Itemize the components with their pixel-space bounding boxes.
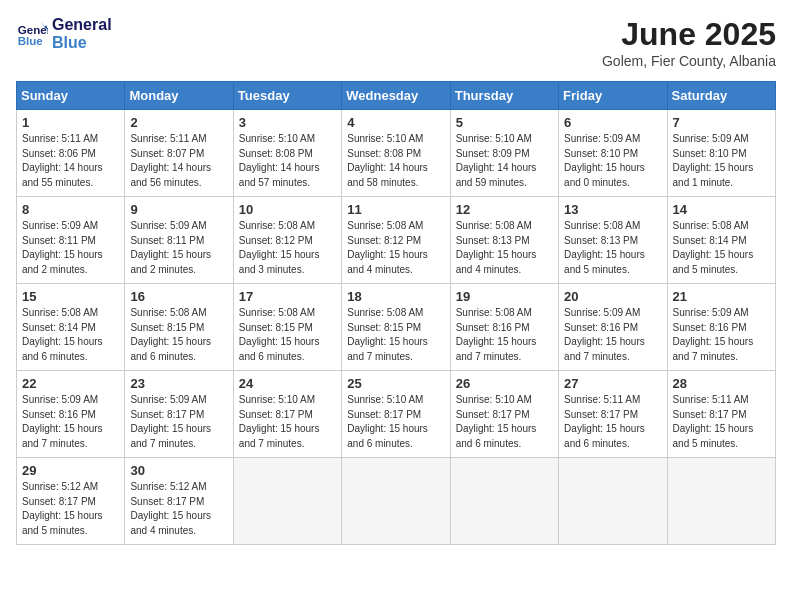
day-number: 11 [347, 202, 444, 217]
table-row: 24Sunrise: 5:10 AM Sunset: 8:17 PM Dayli… [233, 371, 341, 458]
logo: General Blue General Blue [16, 16, 112, 51]
calendar-table: SundayMondayTuesdayWednesdayThursdayFrid… [16, 81, 776, 545]
table-row: 23Sunrise: 5:09 AM Sunset: 8:17 PM Dayli… [125, 371, 233, 458]
logo-icon: General Blue [16, 18, 48, 50]
table-row: 2Sunrise: 5:11 AM Sunset: 8:07 PM Daylig… [125, 110, 233, 197]
day-info: Sunrise: 5:08 AM Sunset: 8:15 PM Dayligh… [130, 306, 227, 364]
table-row: 26Sunrise: 5:10 AM Sunset: 8:17 PM Dayli… [450, 371, 558, 458]
weekday-monday: Monday [125, 82, 233, 110]
table-row: 1Sunrise: 5:11 AM Sunset: 8:06 PM Daylig… [17, 110, 125, 197]
day-number: 12 [456, 202, 553, 217]
day-number: 24 [239, 376, 336, 391]
day-info: Sunrise: 5:12 AM Sunset: 8:17 PM Dayligh… [22, 480, 119, 538]
day-number: 9 [130, 202, 227, 217]
day-number: 18 [347, 289, 444, 304]
day-info: Sunrise: 5:10 AM Sunset: 8:17 PM Dayligh… [456, 393, 553, 451]
day-number: 20 [564, 289, 661, 304]
table-row: 22Sunrise: 5:09 AM Sunset: 8:16 PM Dayli… [17, 371, 125, 458]
day-number: 10 [239, 202, 336, 217]
table-row: 14Sunrise: 5:08 AM Sunset: 8:14 PM Dayli… [667, 197, 775, 284]
calendar-week-3: 15Sunrise: 5:08 AM Sunset: 8:14 PM Dayli… [17, 284, 776, 371]
page-header: General Blue General Blue June 2025 Gole… [16, 16, 776, 69]
table-row: 4Sunrise: 5:10 AM Sunset: 8:08 PM Daylig… [342, 110, 450, 197]
day-info: Sunrise: 5:08 AM Sunset: 8:13 PM Dayligh… [456, 219, 553, 277]
day-info: Sunrise: 5:11 AM Sunset: 8:17 PM Dayligh… [673, 393, 770, 451]
day-info: Sunrise: 5:09 AM Sunset: 8:11 PM Dayligh… [22, 219, 119, 277]
day-info: Sunrise: 5:10 AM Sunset: 8:08 PM Dayligh… [347, 132, 444, 190]
title-block: June 2025 Golem, Fier County, Albania [602, 16, 776, 69]
day-number: 23 [130, 376, 227, 391]
weekday-friday: Friday [559, 82, 667, 110]
table-row: 28Sunrise: 5:11 AM Sunset: 8:17 PM Dayli… [667, 371, 775, 458]
table-row [559, 458, 667, 545]
weekday-sunday: Sunday [17, 82, 125, 110]
day-info: Sunrise: 5:09 AM Sunset: 8:17 PM Dayligh… [130, 393, 227, 451]
table-row [342, 458, 450, 545]
table-row: 12Sunrise: 5:08 AM Sunset: 8:13 PM Dayli… [450, 197, 558, 284]
day-number: 16 [130, 289, 227, 304]
table-row [667, 458, 775, 545]
day-number: 26 [456, 376, 553, 391]
day-number: 17 [239, 289, 336, 304]
day-number: 28 [673, 376, 770, 391]
day-info: Sunrise: 5:11 AM Sunset: 8:06 PM Dayligh… [22, 132, 119, 190]
day-info: Sunrise: 5:09 AM Sunset: 8:10 PM Dayligh… [564, 132, 661, 190]
day-info: Sunrise: 5:08 AM Sunset: 8:16 PM Dayligh… [456, 306, 553, 364]
table-row: 15Sunrise: 5:08 AM Sunset: 8:14 PM Dayli… [17, 284, 125, 371]
day-number: 8 [22, 202, 119, 217]
day-info: Sunrise: 5:09 AM Sunset: 8:16 PM Dayligh… [22, 393, 119, 451]
table-row: 11Sunrise: 5:08 AM Sunset: 8:12 PM Dayli… [342, 197, 450, 284]
table-row: 13Sunrise: 5:08 AM Sunset: 8:13 PM Dayli… [559, 197, 667, 284]
day-number: 3 [239, 115, 336, 130]
table-row: 17Sunrise: 5:08 AM Sunset: 8:15 PM Dayli… [233, 284, 341, 371]
day-info: Sunrise: 5:10 AM Sunset: 8:08 PM Dayligh… [239, 132, 336, 190]
weekday-thursday: Thursday [450, 82, 558, 110]
table-row [450, 458, 558, 545]
day-number: 6 [564, 115, 661, 130]
table-row: 16Sunrise: 5:08 AM Sunset: 8:15 PM Dayli… [125, 284, 233, 371]
calendar-week-2: 8Sunrise: 5:09 AM Sunset: 8:11 PM Daylig… [17, 197, 776, 284]
month-year-title: June 2025 [602, 16, 776, 53]
location-subtitle: Golem, Fier County, Albania [602, 53, 776, 69]
weekday-header-row: SundayMondayTuesdayWednesdayThursdayFrid… [17, 82, 776, 110]
day-number: 30 [130, 463, 227, 478]
day-info: Sunrise: 5:09 AM Sunset: 8:16 PM Dayligh… [673, 306, 770, 364]
day-number: 4 [347, 115, 444, 130]
day-info: Sunrise: 5:08 AM Sunset: 8:12 PM Dayligh… [239, 219, 336, 277]
day-info: Sunrise: 5:11 AM Sunset: 8:17 PM Dayligh… [564, 393, 661, 451]
day-number: 13 [564, 202, 661, 217]
day-number: 15 [22, 289, 119, 304]
table-row: 29Sunrise: 5:12 AM Sunset: 8:17 PM Dayli… [17, 458, 125, 545]
day-number: 27 [564, 376, 661, 391]
day-number: 7 [673, 115, 770, 130]
table-row: 18Sunrise: 5:08 AM Sunset: 8:15 PM Dayli… [342, 284, 450, 371]
day-info: Sunrise: 5:08 AM Sunset: 8:15 PM Dayligh… [347, 306, 444, 364]
weekday-wednesday: Wednesday [342, 82, 450, 110]
day-info: Sunrise: 5:08 AM Sunset: 8:14 PM Dayligh… [673, 219, 770, 277]
calendar-header: SundayMondayTuesdayWednesdayThursdayFrid… [17, 82, 776, 110]
calendar-week-1: 1Sunrise: 5:11 AM Sunset: 8:06 PM Daylig… [17, 110, 776, 197]
day-number: 14 [673, 202, 770, 217]
day-number: 19 [456, 289, 553, 304]
day-info: Sunrise: 5:10 AM Sunset: 8:17 PM Dayligh… [347, 393, 444, 451]
day-info: Sunrise: 5:08 AM Sunset: 8:12 PM Dayligh… [347, 219, 444, 277]
table-row: 19Sunrise: 5:08 AM Sunset: 8:16 PM Dayli… [450, 284, 558, 371]
svg-text:Blue: Blue [18, 34, 44, 46]
table-row: 8Sunrise: 5:09 AM Sunset: 8:11 PM Daylig… [17, 197, 125, 284]
day-info: Sunrise: 5:11 AM Sunset: 8:07 PM Dayligh… [130, 132, 227, 190]
table-row: 21Sunrise: 5:09 AM Sunset: 8:16 PM Dayli… [667, 284, 775, 371]
table-row: 7Sunrise: 5:09 AM Sunset: 8:10 PM Daylig… [667, 110, 775, 197]
day-info: Sunrise: 5:10 AM Sunset: 8:09 PM Dayligh… [456, 132, 553, 190]
table-row: 6Sunrise: 5:09 AM Sunset: 8:10 PM Daylig… [559, 110, 667, 197]
calendar-week-5: 29Sunrise: 5:12 AM Sunset: 8:17 PM Dayli… [17, 458, 776, 545]
table-row: 30Sunrise: 5:12 AM Sunset: 8:17 PM Dayli… [125, 458, 233, 545]
day-number: 5 [456, 115, 553, 130]
day-info: Sunrise: 5:08 AM Sunset: 8:14 PM Dayligh… [22, 306, 119, 364]
table-row: 20Sunrise: 5:09 AM Sunset: 8:16 PM Dayli… [559, 284, 667, 371]
day-info: Sunrise: 5:10 AM Sunset: 8:17 PM Dayligh… [239, 393, 336, 451]
weekday-saturday: Saturday [667, 82, 775, 110]
logo-blue: Blue [52, 34, 112, 52]
table-row: 5Sunrise: 5:10 AM Sunset: 8:09 PM Daylig… [450, 110, 558, 197]
day-number: 1 [22, 115, 119, 130]
table-row: 27Sunrise: 5:11 AM Sunset: 8:17 PM Dayli… [559, 371, 667, 458]
